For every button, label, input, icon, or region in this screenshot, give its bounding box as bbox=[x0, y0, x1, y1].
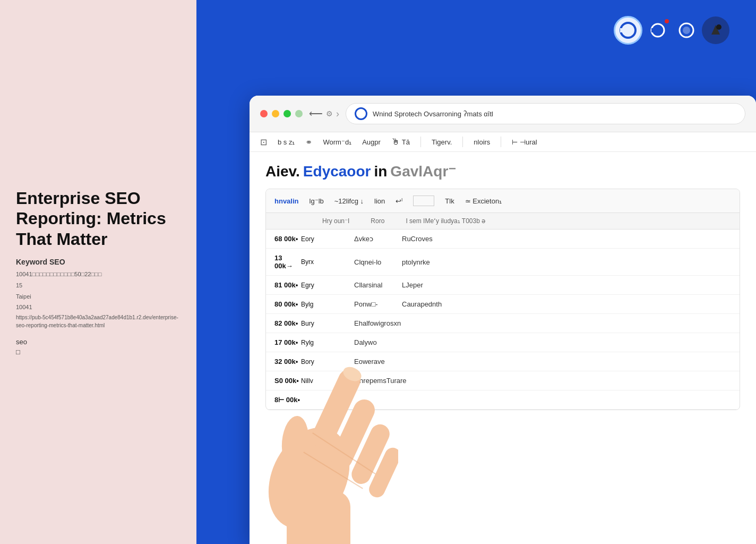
meta-line4: 10041 bbox=[16, 302, 181, 312]
forward-icon[interactable]: › bbox=[336, 108, 339, 120]
sidebar-url: https://pub-5c454f571b8e40a3a2aad27ade84… bbox=[16, 313, 181, 329]
header-part1: Aiev. bbox=[265, 163, 300, 180]
browser-circle-icon bbox=[355, 107, 367, 120]
row-col3: ptolynrke bbox=[402, 258, 551, 266]
subheader-empty bbox=[274, 217, 301, 225]
browser-icon-1 bbox=[614, 16, 642, 45]
nav-icon[interactable]: ⚙ bbox=[326, 109, 333, 118]
subheader-hroun: Hry oun⁻I bbox=[322, 217, 349, 225]
toolbar-item-augpr[interactable]: Augpr bbox=[362, 138, 381, 146]
browser-icon-4 bbox=[702, 16, 729, 44]
header-part3: in bbox=[374, 163, 387, 180]
filter-hnvalin[interactable]: hnvalin bbox=[274, 197, 299, 205]
close-button[interactable] bbox=[260, 110, 268, 117]
subheader-roro: Roro bbox=[371, 217, 384, 225]
minimize-button[interactable] bbox=[272, 110, 279, 117]
page-title: Enterprise SEO Reporting: Metrics That M… bbox=[16, 188, 181, 249]
nav-buttons: ⟵ ⚙ › bbox=[309, 108, 339, 120]
browser-icon-2 bbox=[645, 17, 671, 44]
back-icon[interactable]: ⟵ bbox=[309, 108, 323, 120]
content-header: Aiev. Edycaoor in GavlAqr⁻ bbox=[265, 163, 740, 180]
toolbar-item-1[interactable]: b s z₁ bbox=[278, 138, 295, 146]
header-part2: Edycaoor bbox=[303, 163, 371, 180]
meta-line3: Taipei bbox=[16, 292, 181, 302]
main-area: ⟵ ⚙ › Wnind Sprotech Ovsarroning ʔmats α… bbox=[196, 0, 756, 544]
sidebar-tag: seo bbox=[16, 338, 181, 346]
traffic-lights bbox=[260, 110, 303, 117]
toolbar-icon-1[interactable]: ⊡ bbox=[260, 137, 267, 147]
browser-toolbar: ⊡ b s z₁ ⚭ Worm⁻d₁ Augpr 🖱 Tā Tigerv. nl… bbox=[250, 132, 756, 152]
filter-excieton[interactable]: ≃ Excieton₁ bbox=[465, 197, 502, 205]
filter-empty bbox=[413, 196, 434, 206]
extra-light bbox=[295, 110, 303, 117]
table-filter-bar: hnvalin lg⁻lb ~12lifcg ↓ lion ↩ˡ Tlk ≃ E… bbox=[266, 189, 740, 213]
toolbar-item-ural[interactable]: ⊢ ⊣ural bbox=[512, 138, 537, 146]
svg-point-5 bbox=[683, 27, 690, 34]
keyword-label: Keyword SEO bbox=[16, 258, 181, 266]
row-col3: LJeper bbox=[402, 281, 551, 289]
address-bar-text: Wnind Sprotech Ovsarroning ʔmats αītl bbox=[373, 110, 736, 118]
toolbar-item-worm[interactable]: Worm⁻d₁ bbox=[323, 138, 351, 146]
toolbar-icon-2[interactable]: ⚭ bbox=[305, 137, 312, 147]
address-bar[interactable]: Wnind Sprotech Ovsarroning ʔmats αītl bbox=[346, 103, 745, 124]
svg-rect-1 bbox=[620, 28, 623, 32]
svg-rect-3 bbox=[651, 28, 654, 32]
svg-rect-16 bbox=[287, 491, 350, 544]
red-dot bbox=[664, 18, 670, 24]
toolbar-divider-2 bbox=[462, 137, 463, 147]
filter-lion[interactable]: lion bbox=[374, 197, 385, 205]
toolbar-item-ta[interactable]: 🖱 Tā bbox=[391, 137, 410, 147]
filter-12lifcg[interactable]: ~12lifcg ↓ bbox=[334, 197, 364, 205]
filter-arrow[interactable]: ↩ˡ bbox=[396, 197, 402, 205]
browser-icons-cluster bbox=[614, 16, 729, 45]
circle-icon-svg bbox=[619, 21, 637, 39]
subheader-sem: I sem IMeʻy iludya₁ T003b ə bbox=[406, 217, 485, 225]
sidebar: Enterprise SEO Reporting: Metrics That M… bbox=[0, 0, 196, 544]
maximize-button[interactable] bbox=[284, 110, 291, 117]
filter-tlk[interactable]: Tlk bbox=[445, 197, 454, 205]
browser-chrome: ⟵ ⚙ › Wnind Sprotech Ovsarroning ʔmats α… bbox=[250, 96, 756, 132]
filter-lglb[interactable]: lg⁻lb bbox=[310, 197, 324, 205]
row-col3: Caurapednth bbox=[402, 300, 551, 308]
hand-svg bbox=[239, 225, 398, 544]
toolbar-item-tiger[interactable]: Tigerv. bbox=[432, 138, 452, 146]
mouse-icon: 🖱 bbox=[391, 137, 400, 147]
meta-line1: 10041□□□□□□□□□□□□50□22□□□ bbox=[16, 269, 181, 279]
sidebar-tag-icon: □ bbox=[16, 348, 181, 356]
toolbar-divider-3 bbox=[501, 137, 501, 147]
meta-line2: 15 bbox=[16, 280, 181, 291]
toolbar-item-nloirs[interactable]: nloirs bbox=[474, 138, 490, 146]
browser-icon-3 bbox=[673, 17, 700, 44]
svg-point-6 bbox=[716, 24, 721, 30]
header-part4: GavlAqr⁻ bbox=[390, 163, 456, 180]
hand-illustration bbox=[239, 225, 398, 544]
toolbar-divider bbox=[420, 137, 421, 147]
row-col3: RuCroves bbox=[402, 235, 551, 243]
